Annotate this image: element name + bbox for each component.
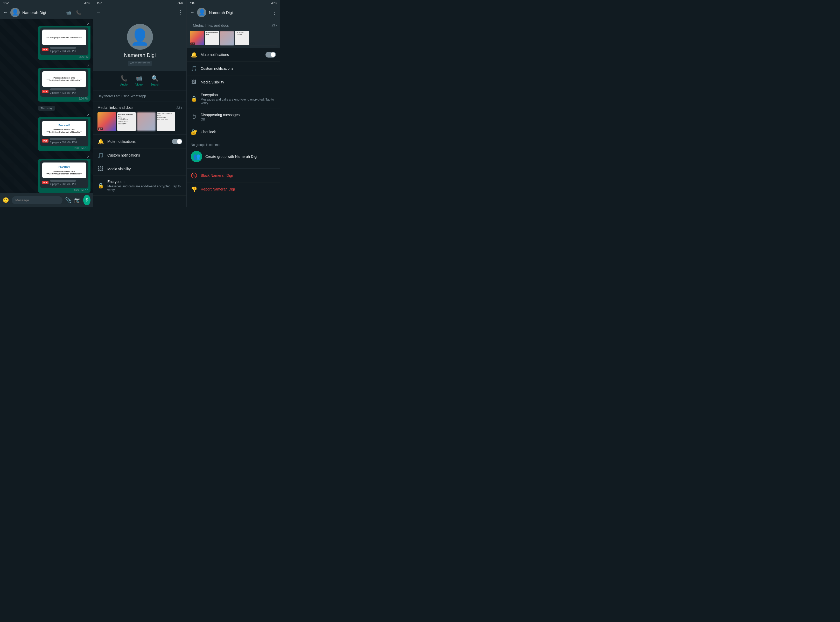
- media-thumbs-3: GIF Pearson Edexcel GCE Feb 3 2025– Feb …: [190, 31, 277, 46]
- group-icon: 👥: [191, 151, 202, 162]
- forward-icon-3: ↗: [86, 113, 89, 117]
- media-thumb-gif[interactable]: GIF: [98, 112, 116, 131]
- media-vis-content-3: Media visibility: [201, 80, 276, 84]
- media-visibility-item-2[interactable]: 🖼 Media visibility: [93, 162, 186, 176]
- custom-notifications-item-3[interactable]: 🎵 Custom notifications: [187, 62, 280, 75]
- message-2: ↗ Pearson Edexcel GCE ***Certifying Stat…: [3, 64, 90, 103]
- media-thumb-doc1[interactable]: Pearson Edexcel GCE ***Certifying Statem…: [117, 112, 136, 131]
- block-item[interactable]: 🚫 Block Namerah Digi: [187, 169, 280, 183]
- encryption-label-3: Encryption: [201, 93, 218, 97]
- back-button-2[interactable]: ←: [96, 9, 101, 15]
- doc-meta-2: 2 pages • 234 kB • PDF: [50, 91, 77, 95]
- profile-actions: 📞 Audio 📹 Video 🔍 Search: [93, 71, 186, 90]
- profile-avatar[interactable]: 👤: [127, 24, 153, 50]
- audio-action[interactable]: 📞 Audio: [120, 75, 128, 86]
- forward-icon-4: ↗: [86, 155, 89, 159]
- mute-notifications-item-3[interactable]: 🔔 Mute notifications: [187, 48, 280, 62]
- media-vis-label-3: Media visibility: [201, 80, 224, 84]
- person-icon-1: 👤: [12, 9, 19, 16]
- encryption-item-2[interactable]: 🔒 Encryption Messages and calls are end-…: [93, 176, 186, 196]
- block-icon: 🚫: [191, 172, 197, 178]
- mute-label-3: Mute notifications: [201, 53, 229, 57]
- more-options-icon-3[interactable]: ⋮: [272, 9, 277, 15]
- media-thumb-blur[interactable]: [137, 112, 156, 131]
- chat-lock-item[interactable]: 🔐 Chat lock: [187, 125, 280, 139]
- more-options-icon-1[interactable]: ⋮: [86, 10, 90, 15]
- custom-notifications-item-2[interactable]: 🎵 Custom notifications: [93, 148, 186, 162]
- doc-name-blur-2: [50, 88, 76, 90]
- media-section-label-3: Media, links, and docs: [190, 21, 232, 29]
- doc-name-blur-4: [50, 180, 76, 182]
- back-button-3[interactable]: ←: [190, 10, 194, 15]
- video-action[interactable]: 📹 Video: [135, 75, 143, 86]
- media-sm-gif[interactable]: GIF: [190, 31, 204, 45]
- custom-notifications-label-3: Custom notifications: [201, 66, 233, 70]
- custom-notifications-content-2: Custom notifications: [107, 153, 182, 158]
- mute-toggle-2[interactable]: [172, 139, 182, 144]
- media-count-2[interactable]: 23 ›: [176, 106, 182, 110]
- camera-button[interactable]: 📷: [74, 197, 81, 203]
- pdf-icon-2: PDF: [42, 90, 49, 93]
- disappearing-label: Disappearing messages: [201, 113, 240, 117]
- bell-icon-3: 🔔: [191, 52, 197, 58]
- encryption-content-3: Encryption Messages and calls are end-to…: [201, 93, 276, 105]
- report-icon: 👎: [191, 186, 197, 192]
- doc-info-1: PDF 2 pages • 234 kB • PDF: [42, 46, 86, 53]
- voice-call-icon[interactable]: 📞: [76, 10, 81, 15]
- contact-avatar-3[interactable]: 👤: [197, 8, 206, 17]
- certify-text-3: ***Certifying Statement of Results***: [46, 131, 82, 133]
- info-header: ← 👤 Namerah Digi ⋮: [187, 6, 280, 19]
- media-count-3[interactable]: 23 ›: [272, 24, 277, 27]
- pdf-icon-1: PDF: [42, 48, 49, 51]
- media-visibility-item-3[interactable]: 🖼 Media visibility: [187, 75, 280, 89]
- msg-time-2: 2:06 PM: [40, 97, 89, 100]
- settings-section-3: 🔔 Mute notifications 🎵 Custom notificati…: [187, 48, 280, 139]
- doc-message-3: Pearson ® Pearson Edexcel GCE ***Certify…: [40, 119, 89, 146]
- status-section: Hey there! I am using WhatsApp.: [93, 90, 186, 102]
- contact-avatar-1[interactable]: 👤: [11, 8, 20, 17]
- battery-1: 36%: [84, 1, 90, 5]
- encryption-item-3[interactable]: 🔒 Encryption Messages and calls are end-…: [187, 89, 280, 109]
- more-options-icon-2[interactable]: ⋮: [178, 9, 183, 15]
- media-sm-blur[interactable]: [220, 31, 234, 45]
- attach-button[interactable]: 📎: [65, 197, 72, 203]
- media-thumb-doc2[interactable]: Feb 3, 2025 – Feb 14 2025 Change date Yo…: [157, 112, 175, 131]
- settings-section-2: 🔔 Mute notifications 🎵 Custom notificati…: [93, 135, 186, 196]
- profile-name: Namerah Digi: [124, 52, 156, 58]
- mute-toggle-3[interactable]: [266, 52, 276, 58]
- back-button-1[interactable]: ←: [3, 10, 8, 15]
- contact-name-1[interactable]: Namerah Digi: [22, 11, 64, 15]
- battery-2: 36%: [177, 1, 183, 5]
- person-icon-3: 👤: [199, 9, 205, 16]
- certify-text-4: ***Certifying Statement of Results***: [46, 172, 82, 175]
- bell-icon-2: 🔔: [98, 139, 104, 145]
- groups-section: No groups in common 👥 Create group with …: [187, 139, 280, 169]
- media-sm-doc1[interactable]: Pearson Edexcel GCE: [205, 31, 219, 45]
- thursday-message-1: ↗ Pearson ® Pearson Edexcel GCE ***Certi…: [3, 113, 90, 152]
- video-call-icon[interactable]: 📹: [66, 10, 71, 15]
- media-thumbs-2: GIF Pearson Edexcel GCE ***Certifying St…: [98, 112, 182, 131]
- report-item[interactable]: 👎 Report Namerah Digi: [187, 183, 280, 196]
- search-action[interactable]: 🔍 Search: [150, 75, 159, 86]
- audio-icon: 📞: [121, 75, 128, 82]
- image-icon-3: 🖼: [191, 79, 197, 85]
- profile-header: ← ⋮: [93, 6, 186, 19]
- media-label-2: Media, links, and docs: [98, 105, 133, 110]
- toggle-dot-2: [177, 139, 182, 144]
- create-group-item[interactable]: 👥 Create group with Namerah Digi: [191, 149, 276, 164]
- chat-messages: ↗ ***Certifying Statement of Results*** …: [0, 19, 93, 193]
- search-label: Search: [150, 83, 159, 86]
- status-bar-1: 4:02 36%: [0, 0, 93, 6]
- encryption-label-2: Encryption: [107, 180, 124, 184]
- media-sm-text[interactable]: Feb 3 2025– Feb 14: [235, 31, 249, 45]
- mic-icon: 🎙: [84, 198, 89, 203]
- media-section-2: Media, links, and docs 23 › GIF Pearson …: [93, 102, 186, 135]
- status-text: Hey there! I am using WhatsApp.: [98, 94, 147, 98]
- mute-notifications-item-2[interactable]: 🔔 Mute notifications: [93, 135, 186, 148]
- mute-label-2: Mute notifications: [107, 139, 136, 143]
- emoji-button[interactable]: 🙂: [3, 197, 9, 203]
- message-input[interactable]: [12, 196, 63, 204]
- mic-button[interactable]: 🎙: [83, 195, 90, 205]
- disappearing-messages-item[interactable]: ⏱ Disappearing messages Off: [187, 109, 280, 125]
- doc-preview-2: Pearson Edexcel GCE ***Certifying Statem…: [42, 71, 86, 87]
